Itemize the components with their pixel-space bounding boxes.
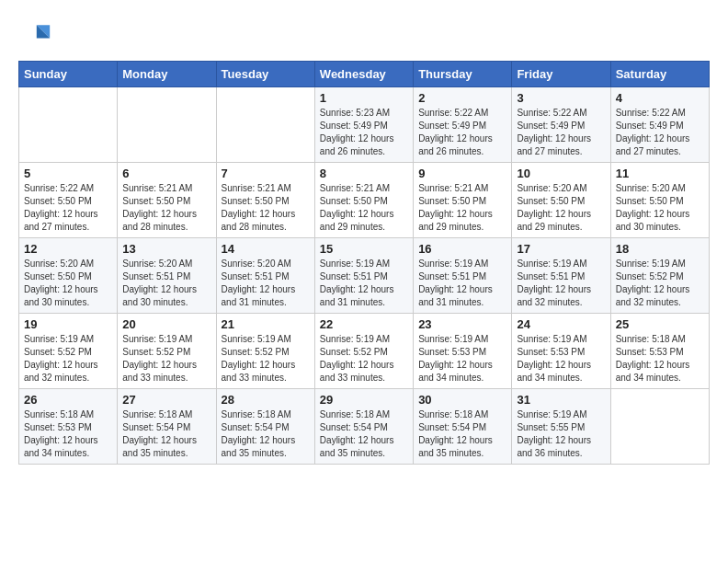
- calendar-cell: 19Sunrise: 5:19 AM Sunset: 5:52 PM Dayli…: [19, 314, 118, 389]
- calendar-cell: 24Sunrise: 5:19 AM Sunset: 5:53 PM Dayli…: [512, 314, 610, 389]
- calendar-cell: 1Sunrise: 5:23 AM Sunset: 5:49 PM Daylig…: [314, 87, 413, 163]
- calendar-cell: 16Sunrise: 5:19 AM Sunset: 5:51 PM Dayli…: [414, 238, 512, 314]
- calendar-cell: 20Sunrise: 5:19 AM Sunset: 5:52 PM Dayli…: [118, 314, 216, 389]
- day-number: 6: [122, 167, 210, 180]
- calendar-week-2: 5Sunrise: 5:22 AM Sunset: 5:50 PM Daylig…: [19, 163, 710, 238]
- day-info: Sunrise: 5:21 AM Sunset: 5:50 PM Dayligh…: [122, 182, 210, 234]
- day-info: Sunrise: 5:20 AM Sunset: 5:51 PM Dayligh…: [222, 258, 310, 309]
- day-info: Sunrise: 5:19 AM Sunset: 5:52 PM Dayligh…: [24, 333, 112, 385]
- calendar-cell: 7Sunrise: 5:21 AM Sunset: 5:50 PM Daylig…: [216, 163, 314, 238]
- calendar-header-sunday: Sunday: [19, 62, 118, 87]
- day-number: 1: [320, 91, 408, 105]
- day-info: Sunrise: 5:18 AM Sunset: 5:54 PM Dayligh…: [320, 408, 408, 460]
- day-info: Sunrise: 5:21 AM Sunset: 5:50 PM Dayligh…: [320, 182, 408, 234]
- calendar-cell: 12Sunrise: 5:20 AM Sunset: 5:50 PM Dayli…: [19, 238, 118, 314]
- calendar-cell: 23Sunrise: 5:19 AM Sunset: 5:53 PM Dayli…: [414, 314, 512, 389]
- calendar-week-4: 19Sunrise: 5:19 AM Sunset: 5:52 PM Dayli…: [19, 314, 710, 389]
- day-info: Sunrise: 5:23 AM Sunset: 5:49 PM Dayligh…: [320, 107, 408, 158]
- day-info: Sunrise: 5:18 AM Sunset: 5:53 PM Dayligh…: [616, 333, 704, 385]
- calendar-cell: 14Sunrise: 5:20 AM Sunset: 5:51 PM Dayli…: [216, 238, 314, 314]
- calendar-week-1: 1Sunrise: 5:23 AM Sunset: 5:49 PM Daylig…: [19, 87, 710, 163]
- calendar-cell: [216, 87, 314, 163]
- day-info: Sunrise: 5:19 AM Sunset: 5:52 PM Dayligh…: [320, 333, 408, 385]
- day-number: 27: [122, 393, 210, 407]
- calendar-cell: 18Sunrise: 5:19 AM Sunset: 5:52 PM Dayli…: [610, 238, 709, 314]
- day-number: 13: [122, 242, 210, 256]
- calendar-cell: 10Sunrise: 5:20 AM Sunset: 5:50 PM Dayli…: [512, 163, 610, 238]
- day-info: Sunrise: 5:21 AM Sunset: 5:50 PM Dayligh…: [418, 182, 506, 234]
- day-number: 28: [222, 393, 310, 407]
- calendar-header-row: SundayMondayTuesdayWednesdayThursdayFrid…: [19, 62, 710, 87]
- calendar-cell: [19, 87, 118, 163]
- day-number: 10: [517, 167, 605, 180]
- day-info: Sunrise: 5:19 AM Sunset: 5:51 PM Dayligh…: [517, 258, 605, 309]
- day-number: 30: [418, 393, 506, 407]
- calendar-table: SundayMondayTuesdayWednesdayThursdayFrid…: [18, 61, 710, 465]
- day-number: 22: [320, 317, 408, 331]
- logo: [18, 18, 57, 52]
- day-number: 25: [616, 317, 704, 331]
- calendar-body: 1Sunrise: 5:23 AM Sunset: 5:49 PM Daylig…: [19, 87, 710, 465]
- calendar-cell: 25Sunrise: 5:18 AM Sunset: 5:53 PM Dayli…: [610, 314, 709, 389]
- calendar-cell: 26Sunrise: 5:18 AM Sunset: 5:53 PM Dayli…: [19, 389, 118, 465]
- calendar-cell: [610, 389, 709, 465]
- calendar-cell: 9Sunrise: 5:21 AM Sunset: 5:50 PM Daylig…: [414, 163, 512, 238]
- day-number: 14: [222, 242, 310, 256]
- calendar-cell: 11Sunrise: 5:20 AM Sunset: 5:50 PM Dayli…: [610, 163, 709, 238]
- day-number: 20: [122, 317, 210, 331]
- day-info: Sunrise: 5:22 AM Sunset: 5:49 PM Dayligh…: [616, 107, 704, 158]
- day-info: Sunrise: 5:18 AM Sunset: 5:54 PM Dayligh…: [418, 408, 506, 460]
- day-info: Sunrise: 5:20 AM Sunset: 5:51 PM Dayligh…: [122, 258, 210, 309]
- day-info: Sunrise: 5:18 AM Sunset: 5:54 PM Dayligh…: [222, 408, 310, 460]
- day-number: 18: [616, 242, 704, 256]
- calendar-cell: 27Sunrise: 5:18 AM Sunset: 5:54 PM Dayli…: [118, 389, 216, 465]
- day-number: 31: [517, 393, 605, 407]
- day-number: 29: [320, 393, 408, 407]
- day-info: Sunrise: 5:22 AM Sunset: 5:49 PM Dayligh…: [517, 107, 605, 158]
- day-info: Sunrise: 5:19 AM Sunset: 5:51 PM Dayligh…: [320, 258, 408, 309]
- day-number: 24: [517, 317, 605, 331]
- day-info: Sunrise: 5:19 AM Sunset: 5:55 PM Dayligh…: [517, 408, 605, 460]
- day-info: Sunrise: 5:19 AM Sunset: 5:52 PM Dayligh…: [616, 258, 704, 309]
- day-number: 5: [24, 167, 112, 180]
- day-number: 19: [24, 317, 112, 331]
- day-number: 12: [24, 242, 112, 256]
- day-number: 8: [320, 167, 408, 180]
- calendar-cell: 6Sunrise: 5:21 AM Sunset: 5:50 PM Daylig…: [118, 163, 216, 238]
- calendar-header-saturday: Saturday: [610, 62, 709, 87]
- calendar-cell: 31Sunrise: 5:19 AM Sunset: 5:55 PM Dayli…: [512, 389, 610, 465]
- calendar-cell: 4Sunrise: 5:22 AM Sunset: 5:49 PM Daylig…: [610, 87, 709, 163]
- calendar-header-wednesday: Wednesday: [314, 62, 413, 87]
- day-number: 3: [517, 91, 605, 105]
- calendar-cell: 30Sunrise: 5:18 AM Sunset: 5:54 PM Dayli…: [414, 389, 512, 465]
- calendar-cell: [118, 87, 216, 163]
- calendar-header-monday: Monday: [118, 62, 216, 87]
- day-info: Sunrise: 5:20 AM Sunset: 5:50 PM Dayligh…: [517, 182, 605, 234]
- calendar-cell: 2Sunrise: 5:22 AM Sunset: 5:49 PM Daylig…: [414, 87, 512, 163]
- calendar-header-friday: Friday: [512, 62, 610, 87]
- calendar-week-5: 26Sunrise: 5:18 AM Sunset: 5:53 PM Dayli…: [19, 389, 710, 465]
- day-info: Sunrise: 5:18 AM Sunset: 5:54 PM Dayligh…: [122, 408, 210, 460]
- calendar-cell: 21Sunrise: 5:19 AM Sunset: 5:52 PM Dayli…: [216, 314, 314, 389]
- day-info: Sunrise: 5:19 AM Sunset: 5:52 PM Dayligh…: [222, 333, 310, 385]
- calendar-week-3: 12Sunrise: 5:20 AM Sunset: 5:50 PM Dayli…: [19, 238, 710, 314]
- day-number: 23: [418, 317, 506, 331]
- page-header: [18, 18, 710, 52]
- calendar-cell: 28Sunrise: 5:18 AM Sunset: 5:54 PM Dayli…: [216, 389, 314, 465]
- logo-icon: [18, 18, 51, 52]
- day-number: 7: [222, 167, 310, 180]
- calendar-cell: 15Sunrise: 5:19 AM Sunset: 5:51 PM Dayli…: [314, 238, 413, 314]
- day-info: Sunrise: 5:18 AM Sunset: 5:53 PM Dayligh…: [24, 408, 112, 460]
- day-info: Sunrise: 5:19 AM Sunset: 5:52 PM Dayligh…: [122, 333, 210, 385]
- day-info: Sunrise: 5:19 AM Sunset: 5:53 PM Dayligh…: [517, 333, 605, 385]
- day-info: Sunrise: 5:20 AM Sunset: 5:50 PM Dayligh…: [24, 258, 112, 309]
- day-number: 11: [616, 167, 704, 180]
- day-number: 16: [418, 242, 506, 256]
- calendar-cell: 5Sunrise: 5:22 AM Sunset: 5:50 PM Daylig…: [19, 163, 118, 238]
- day-info: Sunrise: 5:22 AM Sunset: 5:49 PM Dayligh…: [418, 107, 506, 158]
- day-number: 21: [222, 317, 310, 331]
- day-info: Sunrise: 5:22 AM Sunset: 5:50 PM Dayligh…: [24, 182, 112, 234]
- calendar-cell: 29Sunrise: 5:18 AM Sunset: 5:54 PM Dayli…: [314, 389, 413, 465]
- day-number: 17: [517, 242, 605, 256]
- calendar-header-thursday: Thursday: [414, 62, 512, 87]
